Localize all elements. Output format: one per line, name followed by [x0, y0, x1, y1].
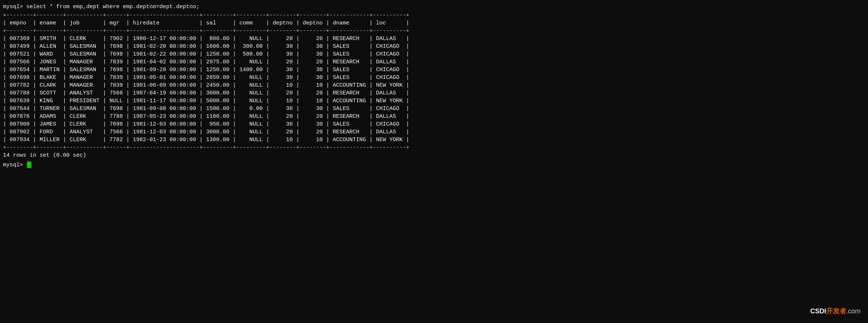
table-row: | 007521 | WARD | SALESMAN | 7698 | 1981…	[3, 50, 865, 58]
separator-top: +--------+--------+-----------+------+--…	[3, 11, 865, 19]
table-row: | 007698 | BLAKE | MANAGER | 7839 | 1981…	[3, 74, 865, 81]
table-row: | 007782 | CLARK | MANAGER | 7839 | 1981…	[3, 81, 865, 89]
table-row: | 007876 | ADAMS | CLERK | 7788 | 1987-0…	[3, 113, 865, 120]
watermark-devze: 开发者	[826, 307, 846, 315]
table-row: | 007499 | ALLEN | SALESMAN | 7698 | 198…	[3, 43, 865, 50]
table-row: | 007902 | FORD | ANALYST | 7566 | 1981-…	[3, 128, 865, 136]
separator-mid: +--------+--------+-----------+------+--…	[3, 27, 865, 35]
result-summary: 14 rows in set (0.00 sec)	[3, 152, 865, 159]
table-row: | 007839 | KING | PRESIDENT | NULL | 198…	[3, 97, 865, 105]
table-row: | 007788 | SCOTT | ANALYST | 7566 | 1987…	[3, 89, 865, 97]
table-row: | 007844 | TURNER | SALESMAN | 7698 | 19…	[3, 105, 865, 113]
prompt-line[interactable]: mysql>	[3, 162, 865, 168]
table-row: | 007654 | MARTIN | SALESMAN | 7698 | 19…	[3, 66, 865, 74]
prompt-text: mysql>	[3, 162, 26, 168]
table-body: | 007369 | SMITH | CLERK | 7902 | 1980-1…	[3, 35, 865, 144]
table-header: | empno | ename | job | mgr | hiredate |…	[3, 19, 865, 27]
terminal-window: mysql> select * from emp,dept where emp.…	[0, 0, 868, 323]
separator-bottom: +--------+--------+-----------+------+--…	[3, 144, 865, 151]
table-row: | 007566 | JONES | MANAGER | 7839 | 1981…	[3, 58, 865, 66]
cursor	[27, 162, 31, 168]
table-row: | 007369 | SMITH | CLERK | 7902 | 1980-1…	[3, 35, 865, 43]
watermark-csdi: CSDI	[810, 307, 826, 315]
sql-command: mysql> select * from emp,dept where emp.…	[3, 4, 865, 10]
table-row: | 007900 | JAMES | CLERK | 7698 | 1981-1…	[3, 120, 865, 128]
table-row: | 007934 | MILLER | CLERK | 7782 | 1982-…	[3, 136, 865, 144]
watermark: CSDI开发者.com	[810, 307, 861, 316]
watermark-com: .com	[846, 307, 861, 315]
